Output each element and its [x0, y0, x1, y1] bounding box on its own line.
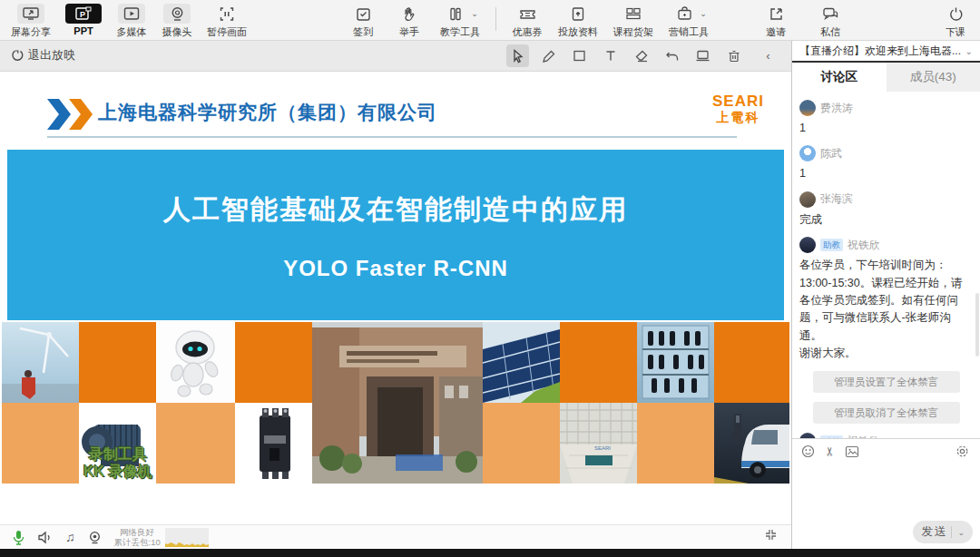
orange-tile	[637, 403, 714, 484]
text-icon	[604, 49, 617, 63]
avatar	[799, 145, 816, 161]
tool-text-button[interactable]	[599, 44, 622, 67]
chevron-down-icon: ⌄	[700, 9, 707, 18]
materials-button[interactable]: 投放资料	[558, 0, 598, 39]
seari-logo-text: SEARI	[712, 93, 764, 109]
network-graph	[165, 528, 209, 547]
marketing-tools-label: 营销工具	[669, 25, 709, 39]
tab-discussion-label: 讨论区	[821, 69, 858, 85]
network-status: 网络良好 累计丢包:10	[114, 527, 161, 548]
slide-stage: 上海电器科学研究所（集团）有限公司 SEARI 上電科 人工智能基础及在智能制造…	[0, 72, 791, 524]
tab-members[interactable]: 成员(43)	[887, 63, 980, 92]
solar-panels-photo	[483, 322, 560, 403]
exit-presentation-button[interactable]: 退出放映	[11, 47, 75, 64]
chevron-down-icon[interactable]: ⌄	[965, 46, 973, 56]
microphone-icon	[13, 530, 24, 545]
screenshot-button[interactable]: ✂	[823, 446, 837, 456]
multimedia-button[interactable]: 多媒体	[116, 0, 147, 39]
screen-share-button[interactable]: 屏幕分享	[11, 0, 51, 39]
camera-button[interactable]: 摄像头	[162, 0, 192, 39]
pause-screen-button[interactable]: 暂停画面	[207, 0, 247, 39]
live-intro-header[interactable]: 【直播介绍】欢迎来到上海电器... ⌄	[792, 41, 980, 63]
tool-board-button[interactable]	[691, 44, 714, 67]
chat-scrollbar[interactable]	[975, 293, 979, 357]
end-class-button[interactable]: 下课	[940, 0, 971, 39]
ppt-icon: P	[65, 4, 102, 24]
slide-title-banner: 人工智能基础及在智能制造中的应用 YOLO Faster R-CNN	[7, 150, 784, 320]
tool-undo-button[interactable]	[661, 44, 683, 67]
rectangle-icon	[573, 49, 586, 63]
avatar	[799, 237, 816, 253]
slide-subtitle: YOLO Faster R-CNN	[7, 256, 784, 281]
exit-presentation-icon	[11, 49, 24, 62]
orange-tile	[560, 322, 637, 403]
marketing-tools-button[interactable]: ⌄ 营销工具	[669, 0, 709, 39]
toolbar-center-group: 签到 举手 ⌄ 教学工具	[348, 0, 709, 41]
tool-trash-button[interactable]	[722, 44, 745, 67]
message-input[interactable]	[792, 458, 980, 503]
chevron-down-icon[interactable]: ⌄	[957, 528, 965, 537]
chat-message: 费洪涛 1	[799, 100, 973, 137]
sign-in-label: 签到	[353, 25, 373, 39]
image-button[interactable]	[845, 445, 859, 458]
tool-rectangle-button[interactable]	[568, 44, 591, 67]
prev-slide-button[interactable]: ‹	[757, 44, 779, 67]
music-note-icon: ♫	[65, 530, 75, 544]
tab-discussion[interactable]: 讨论区	[792, 63, 887, 92]
send-button[interactable]: 发送 ⌄	[913, 521, 973, 543]
chat-message-list[interactable]: 费洪涛 1 陈武 1 张海滨 完成 助教祝铁欣 各位学员，下午培训时间为：13:…	[792, 92, 980, 438]
microphone-button[interactable]	[13, 530, 24, 545]
header-rule	[47, 136, 737, 138]
sign-in-icon	[349, 4, 377, 24]
screen-share-icon	[17, 4, 44, 24]
speaker-icon	[37, 531, 53, 544]
board-icon	[695, 49, 710, 63]
tool-eraser-button[interactable]	[630, 44, 652, 67]
tool-pen-button[interactable]	[537, 44, 560, 67]
undo-icon	[665, 50, 680, 63]
image-icon	[845, 445, 859, 458]
sender-name: 祝铁欣	[848, 238, 880, 253]
invite-label: 邀请	[766, 25, 786, 39]
chat-message: 助教祝铁欣 各位学员，下午培训时间为：13:00-15:30。课程已经开始，请各…	[799, 237, 973, 362]
raise-hand-button[interactable]: 举手	[394, 0, 425, 39]
private-message-icon	[817, 4, 844, 24]
message-text: 1	[799, 165, 973, 182]
course-shelf-button[interactable]: 课程货架	[613, 0, 653, 39]
ppt-button[interactable]: P PPT	[65, 0, 102, 36]
company-name: 上海电器科学研究所（集团）有限公司	[98, 100, 437, 125]
chat-settings-button[interactable]	[956, 445, 969, 458]
orange-tile	[235, 322, 312, 403]
seari-logo-chinese: 上電科	[712, 111, 764, 123]
teaching-tools-button[interactable]: ⌄ 教学工具	[440, 0, 480, 39]
slide-title: 人工智能基础及在智能制造中的应用	[7, 191, 784, 229]
robot-photo	[156, 322, 235, 403]
end-class-label: 下课	[946, 25, 965, 39]
invite-button[interactable]: 邀请	[760, 0, 791, 39]
chat-sidebar: 【直播介绍】欢迎来到上海电器... ⌄ 讨论区 成员(43) 费洪涛 1 陈武 …	[791, 41, 980, 549]
marketing-tools-icon	[671, 4, 698, 24]
invite-icon	[762, 4, 789, 24]
private-message-button[interactable]: 私信	[815, 0, 846, 39]
pen-icon	[542, 49, 556, 64]
sidebar-tabs: 讨论区 成员(43)	[792, 63, 980, 92]
screen-share-label: 屏幕分享	[11, 25, 51, 39]
exit-presentation-label: 退出放映	[28, 47, 75, 64]
sender-name: 陈武	[820, 146, 842, 161]
tool-cursor-button[interactable]	[506, 44, 529, 67]
avatar	[799, 191, 816, 208]
send-label: 发送	[921, 524, 947, 540]
coupon-button[interactable]: 优惠券	[512, 0, 543, 39]
top-toolbar: 屏幕分享 P PPT 多媒体 摄像头	[0, 0, 980, 41]
toolbar-end-group: 下课	[940, 0, 971, 41]
camera-label: 摄像头	[162, 25, 192, 39]
webcam-button[interactable]	[88, 531, 102, 544]
music-button[interactable]: ♫	[65, 530, 75, 544]
speaker-button[interactable]	[37, 531, 53, 544]
avatar	[799, 100, 816, 116]
emoji-button[interactable]	[801, 445, 815, 458]
collapse-toolbar-button[interactable]	[765, 528, 777, 544]
sign-in-button[interactable]: 签到	[348, 0, 378, 39]
multimedia-label: 多媒体	[117, 25, 147, 39]
institute-building-photo	[312, 322, 483, 484]
